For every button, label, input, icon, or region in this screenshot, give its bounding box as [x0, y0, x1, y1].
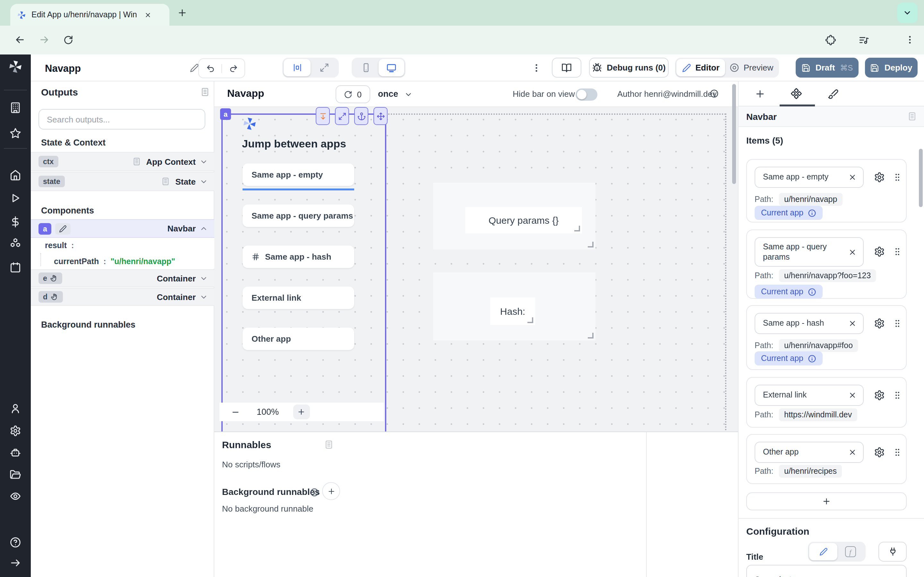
canvas-grid[interactable]: a Jump between apps Same app - emptySame…	[214, 107, 738, 432]
redo-button[interactable]	[222, 64, 244, 73]
styling-brush-icon[interactable]	[828, 89, 838, 99]
schedules-calendar-icon[interactable]	[10, 261, 21, 273]
more-options-kebab-icon[interactable]	[531, 63, 541, 73]
insert-component-plus-icon[interactable]	[754, 89, 766, 99]
item-label-field[interactable]: Other app	[754, 442, 864, 463]
canvas-scrollbar[interactable]	[732, 84, 736, 184]
title-value-input[interactable]	[746, 565, 907, 577]
connect-plug-button[interactable]	[879, 542, 907, 562]
zoom-in-button[interactable]	[293, 405, 310, 419]
query-params-container[interactable]: Query params {}	[433, 183, 596, 250]
chevron-down-icon[interactable]	[200, 177, 208, 185]
component-result-tree[interactable]: result : currentPath : "u/henri/navapp"	[31, 238, 214, 269]
zoom-out-minus-icon[interactable]	[231, 408, 240, 416]
reload-icon[interactable]	[63, 35, 74, 45]
extensions-puzzle-icon[interactable]	[825, 35, 836, 45]
hide-bar-toggle[interactable]	[575, 89, 598, 101]
users-icon[interactable]	[10, 403, 21, 414]
remove-item-x-icon[interactable]	[848, 248, 857, 256]
nav-item[interactable]: Other app	[242, 327, 354, 350]
resize-handle[interactable]	[588, 242, 594, 247]
panel-doc-icon[interactable]	[907, 111, 917, 121]
chevron-down-icon[interactable]	[200, 157, 208, 166]
component-row-navbar[interactable]: a Navbar	[31, 219, 214, 238]
right-panel-scrollbar[interactable]	[919, 149, 923, 207]
full-width-button[interactable]	[310, 59, 338, 76]
remove-item-x-icon[interactable]	[848, 319, 857, 327]
static-value-pencil-button[interactable]	[809, 543, 837, 560]
component-row-container-e[interactable]: e Container	[31, 269, 214, 287]
settings-gear-icon[interactable]	[10, 425, 21, 437]
move-button[interactable]	[373, 107, 388, 125]
forward-icon[interactable]	[39, 34, 50, 45]
resources-boxes-icon[interactable]	[10, 238, 21, 250]
browser-tab[interactable]: Edit App u/henri/navapp | Win	[10, 4, 170, 26]
runs-play-icon[interactable]	[10, 192, 21, 204]
hash-container[interactable]: Hash:	[433, 272, 596, 340]
nav-item[interactable]: Same app - hash	[242, 245, 354, 268]
item-label-field[interactable]: External link	[754, 385, 864, 406]
chevron-down-icon[interactable]	[200, 293, 208, 301]
info-icon[interactable]	[808, 287, 816, 296]
item-settings-gear-icon[interactable]	[874, 390, 885, 400]
expression-f-button[interactable]: f	[837, 543, 863, 560]
item-drag-grip-icon[interactable]	[893, 247, 902, 256]
component-row-container-d[interactable]: d Container	[31, 288, 214, 306]
folders-icon[interactable]	[10, 469, 21, 480]
expand-down-button[interactable]	[316, 107, 330, 125]
deploy-button[interactable]: Deploy	[865, 58, 918, 77]
audit-eye-icon[interactable]	[10, 490, 21, 502]
item-label-field[interactable]: Same app - empty	[754, 167, 864, 188]
centered-layout-button[interactable]	[284, 59, 310, 76]
mobile-view-button[interactable]	[353, 59, 379, 76]
resize-handle[interactable]	[588, 333, 594, 338]
browser-menu-kebab-icon[interactable]	[905, 35, 915, 45]
favorites-star-icon[interactable]	[10, 127, 21, 139]
resize-handle[interactable]	[527, 318, 533, 323]
hash-text-box[interactable]: Hash:	[490, 298, 535, 325]
resize-handle[interactable]	[574, 226, 580, 231]
remove-item-x-icon[interactable]	[848, 391, 857, 400]
chevron-down-icon[interactable]	[404, 90, 413, 99]
run-mode-select[interactable]: once	[378, 89, 398, 99]
chevron-up-icon[interactable]	[200, 224, 208, 233]
item-drag-grip-icon[interactable]	[893, 318, 902, 328]
query-params-text-box[interactable]: Query params {}	[465, 207, 582, 234]
back-icon[interactable]	[14, 34, 26, 45]
nav-item[interactable]: Same app - empty	[242, 163, 354, 186]
item-drag-grip-icon[interactable]	[893, 390, 902, 400]
tab-close-icon[interactable]	[144, 11, 152, 18]
window-menu-button[interactable]	[897, 3, 918, 23]
help-icon[interactable]	[10, 537, 21, 548]
info-icon[interactable]	[808, 209, 816, 217]
chevron-down-icon[interactable]	[200, 274, 208, 282]
item-drag-grip-icon[interactable]	[893, 447, 902, 457]
ctx-row[interactable]: ctx App Context	[31, 152, 214, 171]
info-icon[interactable]	[808, 354, 816, 363]
desktop-view-button[interactable]	[379, 59, 404, 76]
tab-preview[interactable]: Preview	[725, 59, 778, 76]
item-settings-gear-icon[interactable]	[874, 246, 885, 257]
fullscreen-button[interactable]	[335, 107, 349, 125]
draft-button[interactable]: Draft ⌘S	[796, 58, 859, 77]
item-drag-grip-icon[interactable]	[893, 172, 902, 182]
collapse-arrow-icon[interactable]	[10, 557, 21, 569]
item-label-field[interactable]: Same app - hash	[754, 313, 864, 334]
info-icon[interactable]	[710, 89, 719, 98]
panel-doc-icon[interactable]	[200, 87, 210, 97]
tab-editor[interactable]: Editor	[676, 59, 725, 76]
info-icon[interactable]	[310, 488, 319, 497]
windmill-logo-icon[interactable]	[8, 59, 23, 74]
item-settings-gear-icon[interactable]	[874, 446, 885, 458]
refresh-count-button[interactable]: 0	[336, 85, 370, 103]
rename-pencil-icon[interactable]	[190, 63, 199, 73]
undo-button[interactable]	[199, 64, 222, 73]
add-item-button[interactable]	[746, 492, 907, 510]
edit-id-button[interactable]	[55, 223, 71, 234]
debug-runs-button[interactable]: Debug runs (0)	[589, 58, 669, 77]
remove-item-x-icon[interactable]	[848, 173, 857, 181]
panel-doc-icon[interactable]	[324, 440, 334, 450]
item-settings-gear-icon[interactable]	[874, 318, 885, 329]
search-outputs-input[interactable]	[39, 109, 205, 129]
nav-item[interactable]: Same app - query params	[242, 205, 354, 227]
